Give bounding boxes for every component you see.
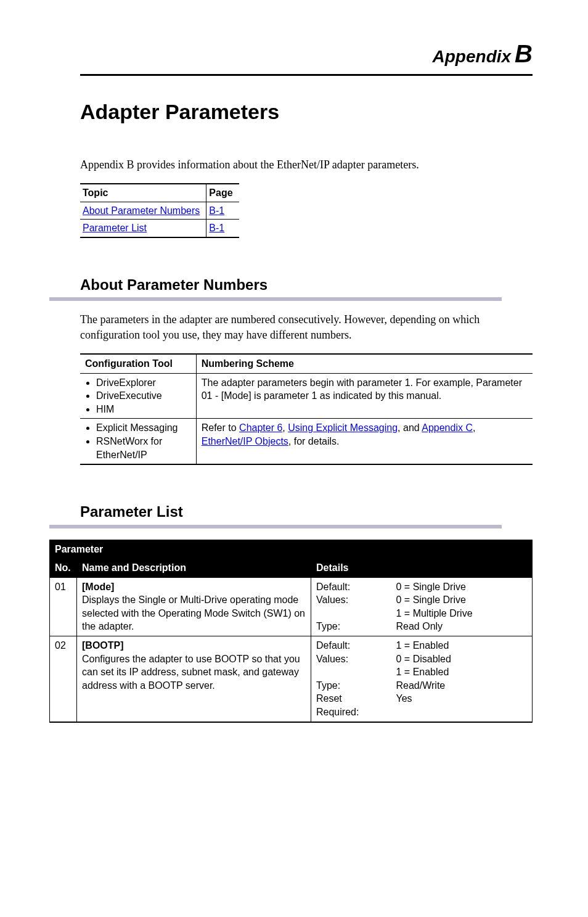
intro-paragraph: Appendix B provides information about th… [80, 157, 533, 172]
appendix-label: Appendix [433, 45, 512, 68]
param-header-details: Details [311, 559, 533, 578]
section-heading-paramlist: Parameter List [49, 502, 502, 528]
list-item: Explicit Messaging [96, 421, 191, 435]
tool-list: DriveExplorer DriveExecutive HIM [96, 376, 191, 416]
chapter-link[interactable]: Chapter 6 [239, 422, 282, 433]
param-name: [Mode] [82, 582, 114, 592]
list-item: DriveExecutive [96, 389, 191, 403]
param-desc-cell: [BOOTP] Configures the adapter to use BO… [77, 636, 311, 722]
detail-key: Default: [316, 582, 350, 592]
page-link[interactable]: B-1 [209, 205, 224, 216]
param-detail-values: 0 = Single Drive 0 = Single Drive 1 = Mu… [391, 577, 533, 636]
detail-value: 1 = Multiple Drive [396, 608, 473, 619]
appendix-link[interactable]: EtherNet/IP Objects [202, 436, 288, 446]
appendix-letter: B [515, 37, 533, 70]
parameter-table: Parameter No. Name and Description Detai… [49, 540, 533, 723]
text: Refer to [202, 422, 239, 433]
config-tool-table: Configuration Tool Numbering Scheme Driv… [80, 353, 533, 465]
param-name: [BOOTP] [82, 640, 124, 651]
param-header-name: Name and Description [77, 559, 311, 578]
table-row: About Parameter Numbers B-1 [80, 202, 239, 220]
list-item: HIM [96, 403, 191, 416]
detail-value: 0 = Disabled [396, 654, 451, 664]
topic-link[interactable]: About Parameter Numbers [83, 205, 200, 216]
param-detail-values: 1 = Enabled 0 = Disabled 1 = Enabled Rea… [391, 636, 533, 722]
topic-header: Topic [80, 184, 206, 202]
scheme-text: The adapter parameters begin with parame… [196, 373, 533, 419]
text: , for details. [288, 436, 340, 446]
text: , and [398, 422, 422, 433]
param-desc: Configures the adapter to use BOOTP so t… [82, 654, 300, 691]
param-desc-cell: [Mode] Displays the Single or Multi-Driv… [77, 577, 311, 636]
appendix-header: Appendix B [80, 37, 533, 76]
table-row: DriveExplorer DriveExecutive HIM The ada… [80, 373, 533, 419]
config-header-tool: Configuration Tool [80, 354, 196, 373]
page-header: Page [206, 184, 239, 202]
topic-link[interactable]: Parameter List [83, 223, 147, 233]
detail-key: Values: [316, 654, 348, 664]
tool-list: Explicit Messaging RSNetWorx for EtherNe… [96, 421, 191, 461]
appendix-link[interactable]: Appendix C [422, 422, 473, 433]
list-item: RSNetWorx for EtherNet/IP [96, 435, 191, 461]
detail-value: Yes [396, 693, 412, 704]
detail-key: Reset Required: [316, 693, 359, 717]
param-no: 02 [50, 636, 77, 722]
detail-value: 0 = Single Drive [396, 582, 466, 592]
detail-value: Read/Write [396, 680, 446, 691]
param-detail-keys: Default: Values: Type: [311, 577, 391, 636]
detail-key: Default: [316, 640, 350, 651]
param-desc: Displays the Single or Multi-Drive opera… [82, 594, 305, 631]
table-row: 01 [Mode] Displays the Single or Multi-D… [50, 577, 533, 636]
about-paragraph: The parameters in the adapter are number… [80, 312, 533, 342]
detail-key: Type: [316, 621, 340, 631]
param-detail-keys: Default: Values: Type: Reset Required: [311, 636, 391, 722]
detail-key: Values: [316, 594, 348, 605]
list-item: DriveExplorer [96, 376, 191, 390]
detail-key: Type: [316, 680, 340, 691]
page-title: Adapter Parameters [80, 98, 533, 126]
section-heading-about: About Parameter Numbers [49, 275, 502, 301]
detail-value: 1 = Enabled [396, 667, 449, 677]
chapter-link[interactable]: Using Explicit Messaging [288, 422, 398, 433]
table-row: 02 [BOOTP] Configures the adapter to use… [50, 636, 533, 722]
param-header-no: No. [50, 559, 77, 578]
scheme-text: Refer to Chapter 6, Using Explicit Messa… [196, 419, 533, 464]
detail-value: 1 = Enabled [396, 640, 449, 651]
param-group-header: Parameter [50, 540, 533, 559]
table-row: Explicit Messaging RSNetWorx for EtherNe… [80, 419, 533, 464]
text: , [282, 422, 288, 433]
topic-table: Topic Page About Parameter Numbers B-1 P… [80, 183, 239, 238]
table-row: Parameter List B-1 [80, 220, 239, 237]
param-no: 01 [50, 577, 77, 636]
page-link[interactable]: B-1 [209, 223, 224, 233]
text: , [473, 422, 475, 433]
detail-value: Read Only [396, 621, 443, 631]
config-header-scheme: Numbering Scheme [196, 354, 533, 373]
detail-value: 0 = Single Drive [396, 594, 466, 605]
